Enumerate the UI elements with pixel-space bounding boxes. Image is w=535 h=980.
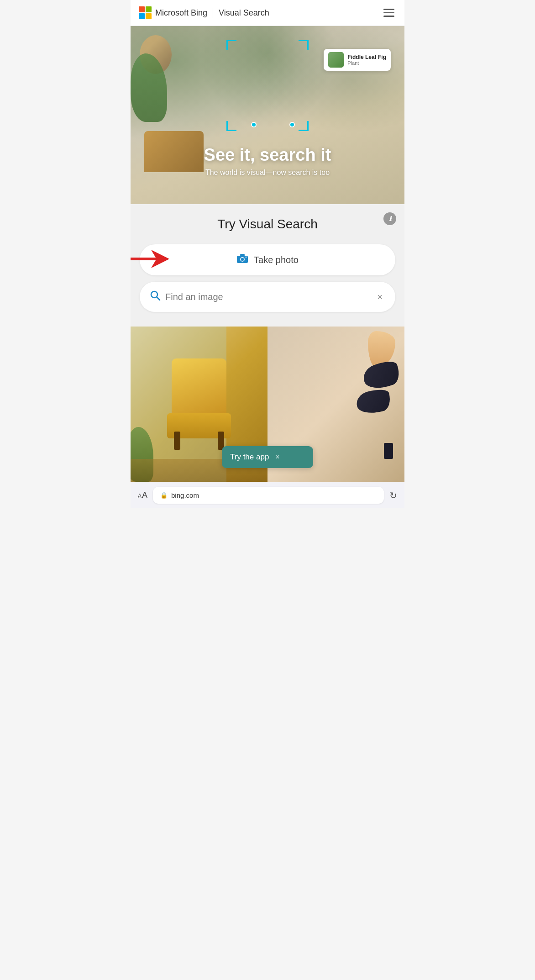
- bing-logo: Microsoft Bing: [139, 6, 207, 19]
- page-title: Visual Search: [219, 8, 269, 18]
- hero-background: Fiddle Leaf Fig Plant: [131, 26, 404, 204]
- corner-br: [299, 121, 309, 131]
- try-app-close-button[interactable]: ×: [275, 453, 279, 461]
- svg-point-3: [241, 258, 244, 261]
- search-icon: [150, 290, 161, 304]
- corner-tl: [226, 40, 236, 50]
- hero-subtitle: The world is visual—now search is too: [140, 169, 395, 177]
- corner-tr: [299, 40, 309, 50]
- header-left: Microsoft Bing Visual Search: [139, 6, 269, 19]
- hero-section: Fiddle Leaf Fig Plant See it, search it …: [131, 26, 404, 204]
- red-arrow-container: [131, 248, 169, 272]
- refresh-button[interactable]: ↻: [389, 490, 397, 501]
- lock-icon: 🔒: [160, 492, 168, 499]
- chair-container: [163, 358, 236, 450]
- camera-icon: [236, 253, 248, 266]
- svg-point-5: [246, 257, 247, 258]
- dot-indicator-2: [289, 122, 295, 127]
- url-bar[interactable]: 🔒 bing.com: [153, 487, 384, 504]
- find-image-input[interactable]: [165, 292, 374, 302]
- id-tooltip-text: Fiddle Leaf Fig Plant: [347, 54, 386, 66]
- main-content: ℹ Try Visual Search: [131, 204, 404, 327]
- heel-deco: [384, 443, 393, 459]
- find-image-close-button[interactable]: ×: [374, 291, 385, 303]
- hamburger-line-1: [383, 9, 394, 10]
- try-app-banner: Try the app ×: [222, 446, 313, 468]
- svg-marker-0: [131, 250, 169, 268]
- search-svg: [150, 290, 161, 301]
- font-size-control[interactable]: A A: [138, 490, 147, 500]
- hamburger-line-3: [383, 16, 394, 17]
- menu-button[interactable]: [382, 7, 396, 19]
- corner-bl: [226, 121, 236, 131]
- find-image-row[interactable]: ×: [140, 282, 395, 312]
- app-header: Microsoft Bing Visual Search: [131, 0, 404, 26]
- id-tooltip-thumb: [328, 52, 344, 68]
- logo-square-red: [139, 6, 145, 12]
- dot-indicator-1: [251, 122, 257, 127]
- camera-svg: [236, 253, 248, 263]
- try-visual-search-title: Try Visual Search: [140, 217, 395, 232]
- bing-squares-icon: [139, 6, 152, 19]
- take-photo-wrapper: Take photo: [140, 244, 395, 275]
- take-photo-label: Take photo: [254, 255, 299, 265]
- header-divider: [213, 8, 213, 18]
- logo-square-yellow: [146, 13, 152, 19]
- font-small-label: A: [138, 493, 142, 499]
- logo-square-green: [146, 6, 152, 12]
- action-buttons: Take photo ×: [140, 244, 395, 312]
- font-large-label: A: [142, 490, 147, 500]
- hero-text-overlay: See it, search it The world is visual—no…: [131, 145, 404, 177]
- info-button[interactable]: ℹ: [383, 212, 396, 225]
- id-tooltip: Fiddle Leaf Fig Plant: [324, 49, 391, 71]
- hero-main-title: See it, search it: [140, 145, 395, 165]
- gallery-section: Try the app ×: [131, 327, 404, 482]
- browser-bar: A A 🔒 bing.com ↻: [131, 482, 404, 508]
- id-tooltip-type: Plant: [347, 60, 386, 66]
- logo-square-blue: [139, 13, 145, 19]
- red-arrow-icon: [131, 248, 169, 270]
- chair-shape: [163, 358, 236, 450]
- chair-leg-left: [174, 432, 180, 450]
- svg-rect-4: [240, 254, 245, 256]
- id-tooltip-name: Fiddle Leaf Fig: [347, 54, 386, 60]
- scan-corners: [226, 40, 309, 131]
- take-photo-button[interactable]: Take photo: [140, 244, 395, 275]
- url-text: bing.com: [171, 491, 199, 499]
- try-app-label: Try the app: [230, 453, 269, 462]
- svg-line-7: [157, 297, 160, 300]
- brand-name: Microsoft Bing: [155, 8, 207, 18]
- chair-back: [172, 358, 226, 418]
- hamburger-line-2: [383, 12, 394, 14]
